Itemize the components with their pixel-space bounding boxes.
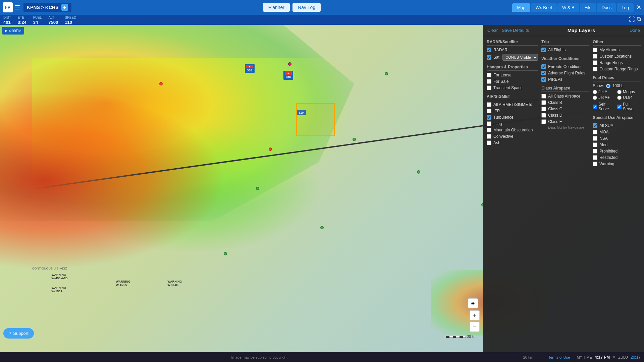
airport-marker-10[interactable] <box>224 252 227 255</box>
sat-label[interactable]: Sat: <box>493 55 500 60</box>
100ll-radio[interactable] <box>606 84 610 88</box>
for-sale-checkbox[interactable] <box>487 79 491 84</box>
tab-docs[interactable]: Docs <box>597 3 616 12</box>
enroute-label[interactable]: Enroute Conditions <box>548 64 582 69</box>
range-rings-label[interactable]: Range Rings <box>599 60 623 65</box>
warning-label[interactable]: Warning <box>599 162 614 166</box>
close-button[interactable]: ✕ <box>636 4 641 11</box>
airport-marker-2[interactable] <box>353 138 356 141</box>
mogas-radio[interactable] <box>617 90 622 94</box>
prohibited-label[interactable]: Prohibited <box>599 149 618 154</box>
airport-marker-9[interactable] <box>320 226 324 229</box>
custom-locations-label[interactable]: Custom Locations <box>599 54 632 59</box>
location-button[interactable]: ⊕ <box>468 298 478 308</box>
icing-checkbox[interactable] <box>487 121 491 126</box>
airport-marker-8[interactable] <box>256 187 259 190</box>
save-defaults-button[interactable]: Save Defaults <box>502 28 529 33</box>
for-sale-label[interactable]: For Sale <box>493 79 508 84</box>
pireps-label[interactable]: PIREPs <box>548 77 562 82</box>
alert-label[interactable]: Alert <box>599 142 608 147</box>
turbulence-label[interactable]: Turbulence <box>493 115 514 120</box>
tab-map[interactable]: Map <box>512 3 530 12</box>
nsa-checkbox[interactable] <box>593 136 597 141</box>
my-airports-label[interactable]: My Airports <box>599 48 620 52</box>
pencil-icon[interactable]: ✏ <box>612 355 615 359</box>
mountain-obscuration-label[interactable]: Mountain Obscuration <box>493 128 533 132</box>
convective-label[interactable]: Convective <box>493 134 513 139</box>
jet-a-plus-label[interactable]: Jet A+ <box>598 95 610 100</box>
pireps-checkbox[interactable] <box>541 77 546 82</box>
ul94-label[interactable]: UL94 <box>623 95 633 100</box>
warning-checkbox[interactable] <box>593 162 597 166</box>
sat-select[interactable]: CONUS-Visible CONUS-IR Local <box>502 54 538 61</box>
alert-checkbox[interactable] <box>593 142 597 147</box>
radar-checkbox[interactable] <box>487 48 491 52</box>
nsa-label[interactable]: NSA <box>599 136 608 141</box>
full-serve-label[interactable]: Full Serve <box>623 102 641 111</box>
expand-icon[interactable]: ⛶ <box>629 16 635 23</box>
adverse-checkbox[interactable] <box>541 71 546 75</box>
ash-label[interactable]: Ash <box>493 140 500 145</box>
custom-range-rings-label[interactable]: Custom Range Rings <box>599 67 638 71</box>
all-airmet-label[interactable]: All AIRMET/SIGMETs <box>493 102 532 107</box>
all-sua-checkbox[interactable] <box>593 123 597 128</box>
full-serve-checkbox[interactable] <box>617 105 622 109</box>
all-flights-label[interactable]: All Flights <box>548 48 566 52</box>
terms-link[interactable]: Terms of Use <box>548 355 570 359</box>
jet-a-radio[interactable] <box>593 90 597 94</box>
turbulence-checkbox[interactable] <box>487 115 491 120</box>
all-class-checkbox[interactable] <box>541 94 546 99</box>
airport-marker-4[interactable] <box>269 147 272 151</box>
all-airmet-checkbox[interactable] <box>487 102 491 107</box>
tab-wx-brief[interactable]: Wx Brief <box>531 3 557 12</box>
class-d-label[interactable]: Class D <box>548 113 562 118</box>
transient-checkbox[interactable] <box>487 85 491 90</box>
tab-wb[interactable]: W & B <box>557 3 579 12</box>
icing-label[interactable]: Icing <box>493 121 502 126</box>
moa-label[interactable]: MOA <box>599 130 608 134</box>
restricted-label[interactable]: Restricted <box>599 155 618 160</box>
class-c-label[interactable]: Class C <box>548 107 562 111</box>
restricted-checkbox[interactable] <box>593 155 597 160</box>
class-c-checkbox[interactable] <box>541 107 546 111</box>
self-serve-label[interactable]: Self Serve <box>598 102 616 111</box>
zoom-out-button[interactable]: − <box>470 322 480 332</box>
transient-label[interactable]: Transient Space <box>493 85 523 90</box>
airport-marker-1[interactable] <box>385 72 388 75</box>
add-waypoint-button[interactable]: + <box>61 4 68 11</box>
class-b-checkbox[interactable] <box>541 100 546 105</box>
support-button[interactable]: ? Support <box>3 328 34 339</box>
zoom-in-button[interactable]: + <box>470 310 480 320</box>
hamburger-menu[interactable]: ☰ <box>15 4 20 11</box>
adverse-label[interactable]: Adverse Flight Rules <box>548 71 585 75</box>
planner-button[interactable]: Planner <box>263 3 290 12</box>
enroute-checkbox[interactable] <box>541 64 546 69</box>
ifr-label[interactable]: IFR <box>493 109 500 113</box>
range-rings-checkbox[interactable] <box>593 60 597 65</box>
tab-log[interactable]: Log <box>617 3 634 12</box>
jet-a-plus-radio[interactable] <box>593 96 597 100</box>
ul94-radio[interactable] <box>617 96 622 100</box>
ifr-checkbox[interactable] <box>487 109 491 113</box>
airport-marker-6[interactable] <box>417 170 420 174</box>
tab-file[interactable]: File <box>580 3 596 12</box>
clear-button[interactable]: Clear <box>487 28 498 33</box>
all-class-label[interactable]: All Class Airspace <box>548 94 580 99</box>
class-e-checkbox[interactable] <box>541 119 546 124</box>
nav-log-button[interactable]: Nav Log <box>292 3 321 12</box>
airport-marker-3[interactable] <box>159 82 163 85</box>
jet-a-label[interactable]: Jet A <box>598 89 607 94</box>
moa-checkbox[interactable] <box>593 130 597 134</box>
mogas-label[interactable]: Mogas <box>623 89 635 94</box>
100ll-label[interactable]: 100LL <box>612 83 624 88</box>
my-airports-checkbox[interactable] <box>593 48 597 52</box>
convective-checkbox[interactable] <box>487 134 491 139</box>
mountain-obscuration-checkbox[interactable] <box>487 128 491 132</box>
radar-label[interactable]: RADAR <box>493 48 507 52</box>
prohibited-checkbox[interactable] <box>593 149 597 154</box>
all-flights-checkbox[interactable] <box>541 48 546 52</box>
custom-locations-checkbox[interactable] <box>593 54 597 59</box>
for-lease-label[interactable]: For Lease <box>493 73 512 77</box>
airport-marker-5[interactable] <box>288 62 291 66</box>
self-serve-checkbox[interactable] <box>593 105 597 109</box>
